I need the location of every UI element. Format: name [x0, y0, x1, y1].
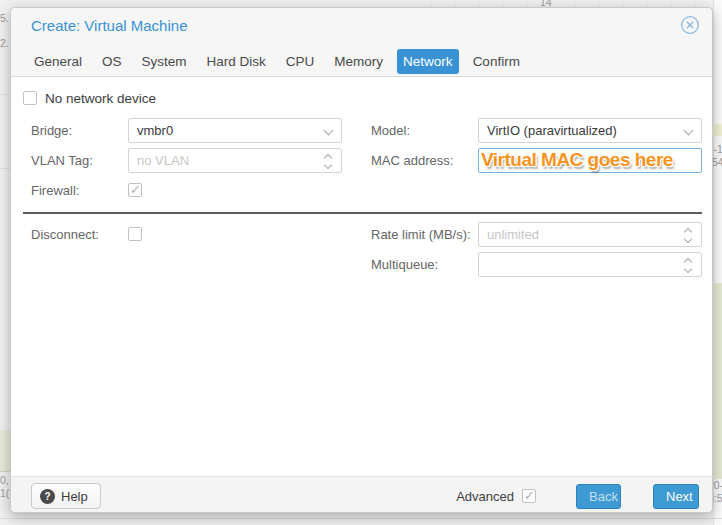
spinner-icon[interactable]: [323, 153, 333, 170]
tab-bar: General OS System Hard Disk CPU Memory N…: [28, 46, 526, 77]
background-fragment: 0,: [0, 474, 9, 486]
disconnect-label: Disconnect:: [31, 222, 99, 247]
model-select[interactable]: [478, 118, 702, 143]
next-button[interactable]: Next: [653, 484, 699, 509]
background-green-panel: [713, 283, 722, 479]
vlan-tag-spinner[interactable]: [128, 148, 342, 173]
tab-memory[interactable]: Memory: [328, 49, 389, 74]
bridge-select[interactable]: [128, 118, 342, 143]
disconnect-checkbox[interactable]: [128, 227, 142, 241]
dialog-footer: ? Help Advanced Back Next: [11, 476, 712, 512]
mac-annotation-text: Virtual MAC goes here: [481, 149, 673, 171]
help-icon: ?: [40, 489, 55, 504]
background-fragment: 1(: [0, 487, 9, 499]
bridge-input[interactable]: [129, 119, 341, 142]
tab-system[interactable]: System: [136, 49, 193, 74]
spinner-icon[interactable]: [683, 227, 693, 244]
no-network-device-checkbox[interactable]: [23, 91, 37, 105]
mac-address-label: MAC address:: [371, 148, 453, 173]
section-divider: [23, 212, 702, 214]
vlan-tag-input[interactable]: [129, 149, 341, 172]
background-highlight-row: [713, 124, 722, 136]
footer-actions: Advanced Back Next: [456, 483, 699, 509]
tab-cpu[interactable]: CPU: [280, 49, 321, 74]
background-fragment: 5.: [0, 12, 9, 24]
spinner-icon[interactable]: [683, 257, 693, 274]
rate-limit-input[interactable]: [479, 223, 701, 246]
model-label: Model:: [371, 118, 410, 143]
multiqueue-label: Multiqueue:: [371, 252, 438, 277]
tab-network[interactable]: Network: [397, 49, 459, 74]
advanced-label: Advanced: [456, 489, 514, 504]
dialog-header: Create: Virtual Machine General OS Syste…: [11, 8, 712, 77]
back-button[interactable]: Back: [576, 484, 621, 509]
mac-address-input[interactable]: Virtual MAC goes here: [478, 148, 702, 173]
background-fragment: 2.: [0, 37, 9, 49]
firewall-label: Firewall:: [31, 178, 79, 203]
tab-confirm[interactable]: Confirm: [467, 49, 526, 74]
model-input[interactable]: [479, 119, 701, 142]
firewall-checkbox[interactable]: [128, 183, 142, 197]
background-line: [0, 168, 10, 169]
multiqueue-spinner[interactable]: [478, 252, 702, 277]
background-green-panel-left: [0, 430, 10, 472]
background-line: [0, 94, 10, 95]
tab-os[interactable]: OS: [96, 49, 128, 74]
tab-general[interactable]: General: [28, 49, 88, 74]
close-icon[interactable]: [680, 15, 700, 35]
vlan-tag-label: VLAN Tag:: [31, 148, 93, 173]
rate-limit-label: Rate limit (MB/s):: [371, 222, 471, 247]
tab-hard-disk[interactable]: Hard Disk: [201, 49, 272, 74]
help-button[interactable]: ? Help: [31, 483, 101, 509]
help-button-label: Help: [61, 489, 88, 504]
background-fragment: 54: [712, 156, 722, 168]
dialog-title: Create: Virtual Machine: [31, 17, 187, 34]
no-network-device-label: No network device: [45, 86, 156, 111]
advanced-checkbox[interactable]: [522, 489, 536, 503]
rate-limit-spinner[interactable]: [478, 222, 702, 247]
screen: 14 5. 2. 0, 1( )-1 54 20- 5:5 Create: Vi…: [0, 0, 722, 525]
bridge-label: Bridge:: [31, 118, 72, 143]
create-vm-dialog: Create: Virtual Machine General OS Syste…: [10, 7, 713, 513]
multiqueue-input[interactable]: [479, 253, 701, 276]
background-line: [0, 518, 722, 519]
